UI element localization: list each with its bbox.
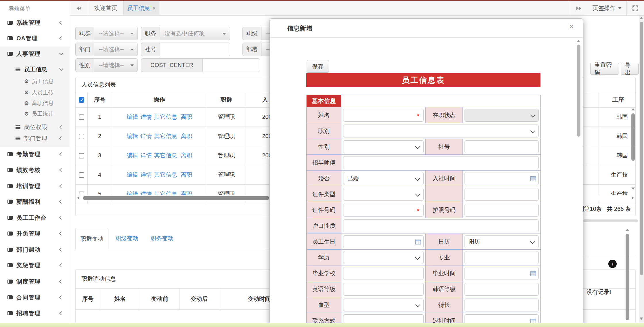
fullscreen-button[interactable] bbox=[627, 1, 644, 15]
education-select[interactable] bbox=[343, 251, 424, 264]
sidebar-item-dept-transfer[interactable]: 部门调动 bbox=[0, 244, 70, 255]
sidebar-item-performance-review[interactable]: 绩效考核 bbox=[0, 164, 70, 176]
sidebar-item-employee-info[interactable]: ⚙员工信息 bbox=[0, 77, 70, 86]
tab-job-level-change[interactable]: 职级变动 bbox=[115, 228, 139, 249]
sidebar-item-post-permission[interactable]: 岗位权限 bbox=[0, 122, 70, 132]
other-info-link[interactable]: 其它信息 bbox=[154, 152, 177, 158]
calendar-icon[interactable] bbox=[415, 240, 421, 244]
join-date-input[interactable] bbox=[465, 172, 539, 185]
tabs-scroll-right-button[interactable] bbox=[570, 1, 588, 15]
reset-password-button[interactable]: 重置密码 bbox=[590, 63, 619, 75]
sidebar-item-resignation-info[interactable]: ⚙离职信息 bbox=[0, 99, 70, 108]
sidebar-item-promotion-mgmt[interactable]: 升免管理 bbox=[0, 228, 70, 239]
company-no-input[interactable] bbox=[160, 43, 230, 56]
mentor-input[interactable] bbox=[343, 156, 539, 169]
resign-link[interactable]: 离职 bbox=[181, 171, 192, 178]
detail-link[interactable]: 详情 bbox=[140, 152, 152, 158]
edit-link[interactable]: 编辑 bbox=[127, 133, 138, 139]
sidebar-item-policy-mgmt[interactable]: 制度管理 bbox=[0, 276, 70, 287]
row-checkbox[interactable] bbox=[79, 134, 84, 139]
scroll-down-arrow-icon[interactable] bbox=[631, 188, 635, 190]
other-info-link[interactable]: 其它信息 bbox=[154, 133, 177, 139]
sidebar-item-attendance-mgmt[interactable]: 考勤管理 bbox=[0, 148, 70, 160]
korean-level-input[interactable] bbox=[465, 283, 539, 296]
scroll-up-arrow-icon[interactable] bbox=[626, 229, 629, 231]
tab-employee-info[interactable]: 员工信息× bbox=[124, 1, 159, 15]
vscrollbar-thumb[interactable] bbox=[631, 113, 635, 161]
sidebar-item-hr-mgmt[interactable]: 人事管理 bbox=[0, 48, 70, 60]
modal-close-icon[interactable]: × bbox=[569, 22, 574, 31]
tab-job-group-change[interactable]: 职群变动 bbox=[75, 228, 108, 249]
scroll-left-arrow-icon[interactable] bbox=[77, 196, 79, 200]
job-category-select[interactable] bbox=[343, 125, 539, 137]
tab-job-duty-change[interactable]: 职务变动 bbox=[150, 228, 174, 249]
name-input[interactable]: * bbox=[343, 109, 424, 122]
tab-welcome[interactable]: 欢迎首页 bbox=[88, 1, 124, 15]
sidebar-item-recruitment-mgmt[interactable]: 招聘管理 bbox=[0, 307, 70, 319]
employee-table-vscrollbar[interactable] bbox=[631, 108, 635, 192]
row-checkbox[interactable] bbox=[79, 114, 84, 120]
id-type-select[interactable] bbox=[343, 188, 424, 201]
status-select[interactable] bbox=[465, 109, 539, 122]
resign-link[interactable]: 离职 bbox=[181, 133, 192, 139]
bottom-hscrollbar-sliver[interactable] bbox=[583, 219, 638, 222]
gender-select[interactable] bbox=[343, 140, 424, 153]
page-vscrollbar-thumb[interactable] bbox=[640, 22, 643, 275]
filter-job-duty-select[interactable]: 没有选中任何项 bbox=[160, 27, 230, 40]
passport-input[interactable] bbox=[465, 204, 539, 217]
marital-select[interactable]: 已婚 bbox=[343, 172, 424, 185]
vscrollbar-thumb[interactable] bbox=[626, 234, 629, 320]
filter-gender-select[interactable]: --请选择-- bbox=[94, 58, 138, 72]
calendar-icon[interactable] bbox=[530, 176, 536, 181]
scroll-up-arrow-icon[interactable] bbox=[577, 40, 580, 42]
save-button[interactable]: 保存 bbox=[307, 60, 329, 73]
resign-link[interactable]: 离职 bbox=[181, 114, 192, 120]
hscrollbar-thumb[interactable] bbox=[83, 196, 269, 200]
row-checkbox[interactable] bbox=[79, 172, 84, 178]
id-number-input[interactable]: * bbox=[343, 204, 424, 217]
sidebar-item-dept-mgmt[interactable]: 部门管理 bbox=[0, 133, 70, 144]
scroll-down-arrow-icon[interactable] bbox=[640, 318, 643, 320]
tabs-scroll-left-button[interactable] bbox=[70, 1, 88, 15]
detail-link[interactable]: 详情 bbox=[140, 133, 152, 139]
page-vscrollbar[interactable] bbox=[639, 16, 644, 323]
hukou-input[interactable] bbox=[343, 219, 539, 232]
sidebar-item-training-mgmt[interactable]: 培训管理 bbox=[0, 180, 70, 192]
select-all-checkbox[interactable] bbox=[79, 97, 84, 103]
other-info-link[interactable]: 其它信息 bbox=[154, 114, 177, 120]
bottom-vscrollbar[interactable] bbox=[625, 229, 629, 323]
english-level-input[interactable] bbox=[343, 283, 424, 296]
sidebar-item-reward-punish-mgmt[interactable]: 奖惩管理 bbox=[0, 259, 70, 271]
filter-department-select[interactable]: --请选择-- bbox=[94, 43, 138, 56]
modal-vscrollbar[interactable] bbox=[577, 40, 580, 325]
major-input[interactable] bbox=[465, 251, 539, 264]
tab-close-icon[interactable]: × bbox=[152, 5, 156, 12]
other-info-link[interactable]: 其它信息 bbox=[154, 171, 177, 178]
calendar-icon[interactable] bbox=[530, 271, 536, 276]
school-input[interactable] bbox=[343, 267, 424, 280]
detail-link[interactable]: 详情 bbox=[140, 171, 152, 178]
scroll-up-arrow-icon[interactable] bbox=[631, 108, 635, 110]
sidebar-item-employee-workbench[interactable]: 员工工作台 bbox=[0, 212, 70, 223]
edit-link[interactable]: 编辑 bbox=[127, 152, 138, 158]
tab-operations-dropdown[interactable]: 页签操作 bbox=[588, 1, 627, 15]
scroll-right-arrow-icon[interactable] bbox=[632, 196, 634, 200]
sidebar-item-personnel-upload[interactable]: ⚙人员上传 bbox=[0, 88, 70, 97]
calendar-type-select[interactable]: 阳历 bbox=[465, 235, 539, 248]
specialty-input[interactable] bbox=[465, 299, 539, 311]
row-checkbox[interactable] bbox=[79, 153, 84, 158]
scroll-up-arrow-icon[interactable] bbox=[640, 17, 643, 19]
sidebar-item-employee-stats[interactable]: ⚙员工统计 bbox=[0, 109, 70, 118]
company-no-input[interactable] bbox=[465, 140, 539, 153]
blood-type-select[interactable] bbox=[343, 299, 424, 311]
edit-link[interactable]: 编辑 bbox=[127, 114, 138, 120]
cost-center-input[interactable] bbox=[202, 58, 260, 72]
detail-link[interactable]: 详情 bbox=[140, 114, 152, 120]
sidebar-item-system-mgmt[interactable]: 系统管理 bbox=[0, 17, 70, 28]
modal-vscrollbar-thumb[interactable] bbox=[577, 45, 580, 137]
sidebar-item-employee-info-group[interactable]: 员工信息 bbox=[0, 64, 70, 74]
filter-job-group-select[interactable]: --请选择-- bbox=[94, 27, 138, 40]
export-button[interactable]: 导出 bbox=[621, 63, 639, 75]
sidebar-item-oa-mgmt[interactable]: OA管理 bbox=[0, 32, 70, 44]
id-extra-input[interactable] bbox=[465, 188, 539, 201]
